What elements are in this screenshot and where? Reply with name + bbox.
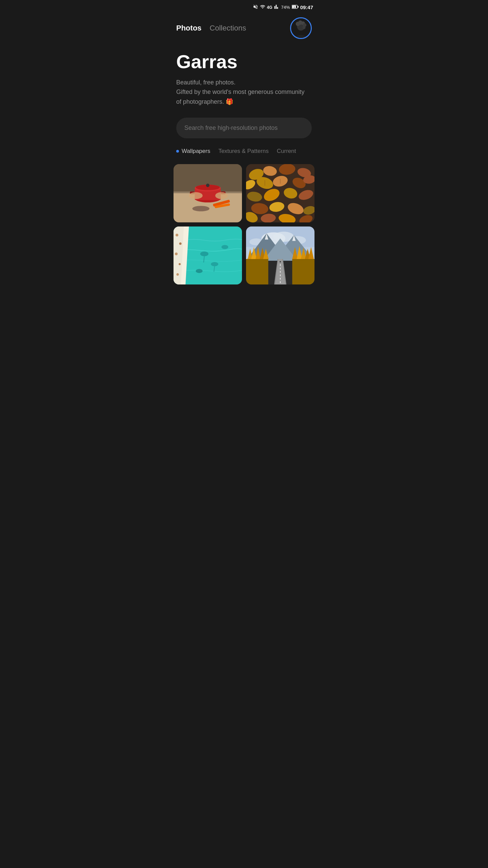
avatar[interactable] xyxy=(290,17,312,39)
hero-section: Garras Beautiful, free photos. Gifted by… xyxy=(169,44,319,112)
photo-card-leaves[interactable] xyxy=(246,164,314,222)
svg-point-56 xyxy=(177,273,179,276)
photo-grid xyxy=(169,159,319,290)
svg-point-91 xyxy=(280,261,281,262)
status-icons: 4G 74% 09:47 xyxy=(253,4,313,11)
svg-point-59 xyxy=(196,269,203,273)
svg-point-18 xyxy=(206,184,209,187)
avatar-image xyxy=(291,18,311,38)
svg-point-23 xyxy=(189,192,202,199)
svg-point-57 xyxy=(200,251,208,256)
svg-rect-80 xyxy=(292,259,314,285)
category-label-textures: Textures & Patterns xyxy=(218,148,268,155)
svg-point-53 xyxy=(179,242,182,245)
svg-point-58 xyxy=(211,262,218,266)
photo-card-beach[interactable] xyxy=(174,226,242,285)
battery-percentage: 74% xyxy=(281,5,290,10)
search-input[interactable] xyxy=(176,118,312,138)
svg-point-52 xyxy=(176,234,178,236)
search-section xyxy=(169,112,319,144)
svg-point-25 xyxy=(192,206,209,211)
photo-card-cooking[interactable] xyxy=(174,164,242,222)
header: Photos Collections xyxy=(169,13,319,44)
signal-bars-icon xyxy=(274,4,280,11)
svg-point-24 xyxy=(215,192,227,199)
category-tab-wallpapers[interactable]: Wallpapers xyxy=(176,148,210,155)
time-display: 09:47 xyxy=(300,4,313,10)
status-bar: 4G 74% 09:47 xyxy=(169,0,319,13)
wifi-icon xyxy=(260,4,265,11)
tab-photos[interactable]: Photos xyxy=(176,22,202,34)
svg-point-60 xyxy=(221,245,228,249)
active-dot xyxy=(176,150,179,153)
category-tabs: Wallpapers Textures & Patterns Current xyxy=(169,144,319,159)
photo-card-mountain[interactable] xyxy=(246,226,314,285)
battery-icon xyxy=(292,5,299,10)
svg-point-54 xyxy=(175,252,178,255)
svg-rect-74 xyxy=(246,259,268,285)
nav-tabs: Photos Collections xyxy=(176,22,246,34)
category-label-wallpapers: Wallpapers xyxy=(182,148,210,155)
mute-icon xyxy=(253,4,258,11)
hero-description: Beautiful, free photos. Gifted by the wo… xyxy=(176,78,305,107)
svg-point-10 xyxy=(303,26,306,29)
signal-icon: 4G xyxy=(267,5,272,10)
tab-collections[interactable]: Collections xyxy=(210,22,246,34)
category-tab-current[interactable]: Current xyxy=(277,148,296,155)
svg-rect-2 xyxy=(298,6,299,8)
category-tab-textures[interactable]: Textures & Patterns xyxy=(218,148,268,155)
category-label-current: Current xyxy=(277,148,296,155)
svg-point-55 xyxy=(179,263,181,265)
hero-title: Garras xyxy=(176,51,312,72)
